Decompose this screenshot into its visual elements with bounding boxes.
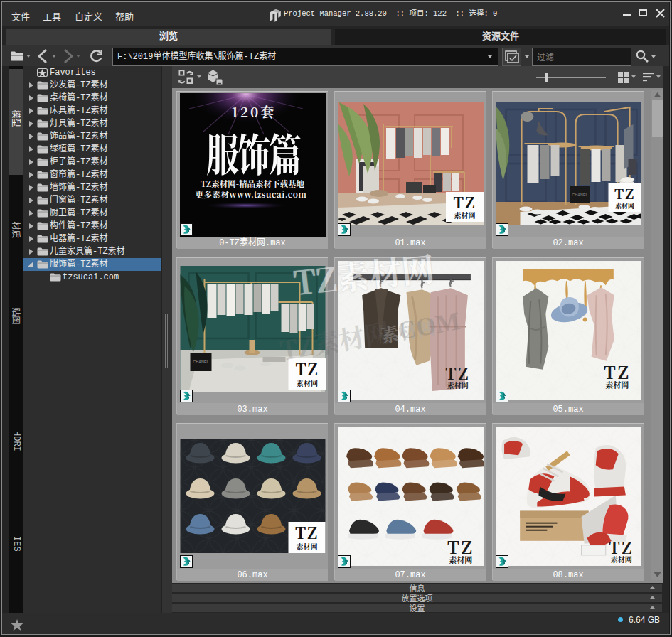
svg-text:素材网: 素材网 — [449, 554, 472, 565]
svg-text:TZ: TZ — [294, 521, 318, 543]
svg-text:CHANEL: CHANEL — [572, 193, 587, 197]
svg-text:TZ素材网-精品素材下载基地: TZ素材网-精品素材下载基地 — [201, 178, 304, 189]
svg-text:素材网: 素材网 — [297, 378, 318, 388]
svg-text:素材网: 素材网 — [605, 379, 629, 390]
svg-text:素材网: 素材网 — [454, 210, 475, 220]
svg-text:服饰篇: 服饰篇 — [206, 120, 301, 184]
svg-text:素材网: 素材网 — [447, 380, 468, 390]
svg-text:120套: 120套 — [231, 102, 275, 121]
svg-text:素材网: 素材网 — [296, 541, 317, 552]
svg-text:CHANEL: CHANEL — [193, 360, 208, 364]
svg-text:更多素材www.tzsucai.com: 更多素材www.tzsucai.com — [195, 188, 306, 200]
svg-text:素材网: 素材网 — [610, 554, 631, 564]
svg-text:素材网: 素材网 — [614, 201, 634, 210]
svg-text:TZ: TZ — [614, 183, 634, 203]
